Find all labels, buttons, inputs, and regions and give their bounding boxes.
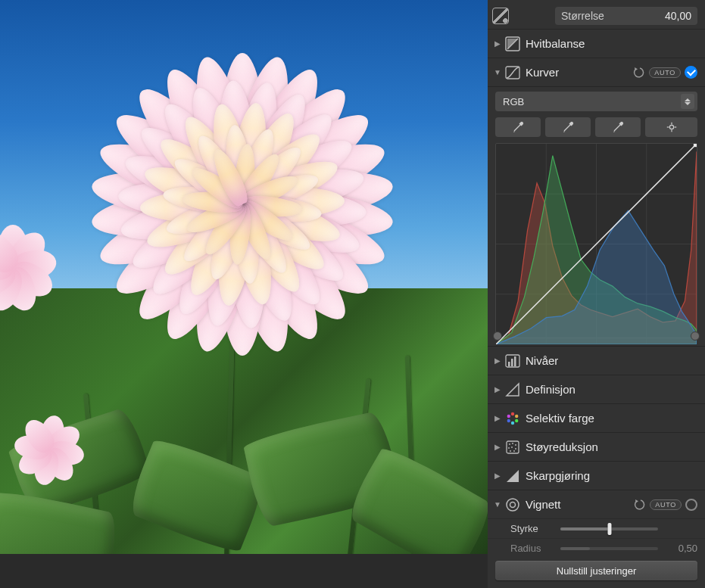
vignette-strength-slider[interactable] bbox=[560, 522, 658, 536]
chevron-down-icon: ▼ bbox=[492, 67, 503, 78]
sharpen-icon bbox=[504, 468, 521, 484]
eyedropper-white-button[interactable] bbox=[595, 117, 641, 137]
definition-label: Definisjon bbox=[526, 383, 697, 396]
svg-point-30 bbox=[509, 443, 510, 445]
section-noise[interactable]: ▶ Støyreduksjon bbox=[488, 432, 705, 461]
chevron-right-icon: ▶ bbox=[492, 384, 503, 395]
svg-rect-19 bbox=[508, 362, 510, 366]
vignette-icon bbox=[504, 496, 521, 513]
select-arrows-icon bbox=[681, 94, 694, 109]
chevron-down-icon: ▼ bbox=[492, 499, 503, 510]
vignette-strength-label: Styrke bbox=[510, 523, 554, 534]
definition-icon bbox=[504, 381, 521, 398]
selective-color-label: Selektiv farge bbox=[526, 412, 697, 425]
chevron-right-icon: ▶ bbox=[492, 413, 503, 424]
vignette-radius-label: Radius bbox=[510, 543, 554, 554]
svg-point-26 bbox=[511, 421, 514, 424]
chevron-right-icon: ▶ bbox=[492, 356, 503, 366]
chevron-right-icon: ▶ bbox=[492, 39, 503, 49]
svg-point-35 bbox=[515, 448, 516, 450]
sharpen-label: Skarpgjøring bbox=[526, 469, 697, 482]
svg-rect-17 bbox=[694, 144, 697, 147]
svg-point-37 bbox=[513, 450, 515, 452]
curves-white-handle[interactable] bbox=[691, 331, 700, 341]
eyedropper-gray-button[interactable] bbox=[545, 117, 591, 137]
whitebalance-label: Hvitbalanse bbox=[526, 37, 697, 50]
svg-point-23 bbox=[511, 412, 514, 415]
levels-label: Nivåer bbox=[526, 354, 697, 367]
retouch-size-field[interactable]: Størrelse 40,00 bbox=[555, 7, 697, 25]
retouch-size-value: 40,00 bbox=[665, 10, 691, 22]
svg-marker-38 bbox=[507, 470, 519, 482]
curves-reset-icon[interactable] bbox=[633, 67, 645, 79]
section-selective-color[interactable]: ▶ Selektiv farge bbox=[488, 403, 705, 432]
svg-point-34 bbox=[511, 446, 513, 448]
curves-histogram[interactable] bbox=[495, 143, 697, 338]
svg-point-39 bbox=[507, 499, 519, 511]
section-definition[interactable]: ▶ Definisjon bbox=[488, 375, 705, 403]
svg-point-27 bbox=[507, 418, 510, 422]
whitebalance-icon bbox=[504, 36, 521, 52]
svg-point-25 bbox=[515, 418, 518, 422]
reset-adjustments-button[interactable]: Nullstill justeringer bbox=[495, 561, 697, 580]
svg-marker-4 bbox=[635, 67, 638, 71]
curves-black-handle[interactable] bbox=[493, 331, 502, 341]
svg-point-33 bbox=[508, 447, 510, 449]
curves-channel-select[interactable]: RGB bbox=[495, 92, 697, 111]
vignette-auto-button[interactable]: AUTO bbox=[650, 499, 682, 510]
vignette-radius-value: 0,50 bbox=[664, 543, 697, 554]
vignette-radius-slider[interactable] bbox=[560, 542, 658, 555]
chevron-right-icon: ▶ bbox=[492, 471, 503, 481]
curves-enable-toggle[interactable] bbox=[685, 66, 697, 79]
retouch-size-row: Størrelse 40,00 bbox=[488, 0, 705, 29]
noise-icon bbox=[504, 439, 521, 456]
levels-icon bbox=[504, 353, 521, 369]
curves-controls: RGB bbox=[488, 86, 705, 346]
vignette-strength-row: Styrke bbox=[488, 518, 705, 538]
vignette-radius-row: Radius 0,50 bbox=[488, 538, 705, 555]
svg-point-28 bbox=[507, 414, 510, 417]
section-sharpen[interactable]: ▶ Skarpgjøring bbox=[488, 461, 705, 490]
retouch-size-label: Størrelse bbox=[561, 10, 604, 22]
section-vignette[interactable]: ▼ Vignett AUTO bbox=[488, 490, 705, 518]
svg-marker-41 bbox=[635, 499, 638, 503]
svg-point-36 bbox=[510, 450, 511, 452]
curves-label: Kurver bbox=[526, 66, 633, 79]
eyedropper-black-button[interactable] bbox=[495, 117, 541, 137]
section-levels[interactable]: ▶ Nivåer bbox=[488, 346, 705, 375]
vignette-enable-toggle[interactable] bbox=[685, 499, 697, 511]
svg-point-24 bbox=[515, 414, 518, 417]
reset-adjustments-label: Nullstill justeringer bbox=[557, 565, 636, 577]
photo-canvas[interactable] bbox=[0, 0, 488, 588]
chevron-right-icon: ▶ bbox=[492, 442, 503, 453]
curves-channel-value: RGB bbox=[503, 96, 524, 107]
curves-add-point-button[interactable] bbox=[645, 117, 697, 137]
retouch-icon bbox=[492, 8, 509, 24]
vignette-label: Vignett bbox=[526, 498, 634, 511]
svg-point-31 bbox=[512, 443, 513, 444]
svg-rect-20 bbox=[511, 359, 513, 366]
svg-rect-21 bbox=[514, 356, 516, 366]
selective-color-icon bbox=[504, 410, 521, 427]
curves-icon bbox=[504, 64, 521, 81]
adjustments-panel: Størrelse 40,00 ▶ Hvitbalanse ▼ Kurver bbox=[488, 0, 705, 588]
noise-label: Støyreduksjon bbox=[526, 440, 697, 453]
curves-auto-button[interactable]: AUTO bbox=[649, 67, 681, 78]
svg-point-32 bbox=[515, 444, 516, 446]
edited-photo bbox=[0, 0, 488, 554]
svg-point-40 bbox=[510, 502, 516, 507]
section-curves[interactable]: ▼ Kurver AUTO bbox=[488, 58, 705, 86]
svg-marker-22 bbox=[507, 384, 519, 396]
section-whitebalance[interactable]: ▶ Hvitbalanse bbox=[488, 29, 705, 58]
svg-point-5 bbox=[669, 125, 673, 129]
vignette-reset-icon[interactable] bbox=[634, 499, 646, 511]
